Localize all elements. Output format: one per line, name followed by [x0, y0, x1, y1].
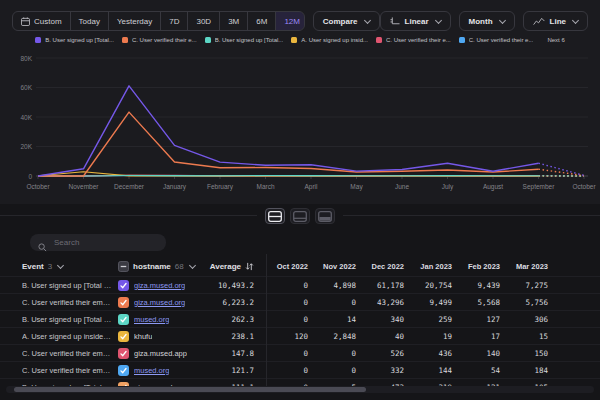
chart-type-button[interactable]: Line: [523, 11, 588, 31]
view-toggle-table-focus[interactable]: [315, 208, 335, 224]
cell-value: 14: [314, 315, 362, 324]
hostname-link[interactable]: mused.org: [134, 315, 169, 324]
event-name: C. User verified their email ...: [22, 366, 118, 375]
cell-value: 0: [266, 349, 314, 358]
cell-value: 7,275: [506, 281, 554, 290]
series-color-chip: [122, 37, 128, 43]
legend-item[interactable]: B. User signed up [Total...: [35, 37, 114, 43]
search-input[interactable]: [30, 234, 166, 251]
column-header-month[interactable]: Mar 2023: [506, 262, 554, 271]
legend-label: B. User signed up [Total...: [215, 37, 284, 43]
chevron-down-icon: [435, 16, 442, 23]
average-value: 262.3: [208, 315, 266, 324]
range-button-3m[interactable]: 3M: [220, 12, 248, 30]
event-name: C. User verified their email ...: [22, 349, 118, 358]
series-color-chip: [291, 37, 297, 43]
table-row: C. User verified their email ...mused.or…: [0, 361, 600, 378]
series-checkbox[interactable]: [118, 348, 129, 359]
view-toggle-split-equal[interactable]: [265, 208, 285, 224]
table-section: Event 3 hostname 68 Average Oct 2022Nov …: [0, 228, 600, 395]
series-checkbox[interactable]: [118, 280, 129, 291]
column-header-month[interactable]: Jan 2023: [410, 262, 458, 271]
hostname-cell: mused.org: [118, 365, 208, 376]
column-header-month[interactable]: Dec 2022: [362, 262, 410, 271]
line-chart: 80K60K40K20K0OctoberNovemberDecemberJanu…: [0, 48, 600, 204]
svg-text:80K: 80K: [20, 55, 32, 62]
table-body: B. User signed up [Total Eve...giza.muse…: [0, 276, 600, 395]
cell-value: 9,439: [458, 281, 506, 290]
series-checkbox[interactable]: [118, 314, 129, 325]
hostname-column-header[interactable]: hostname 68: [118, 261, 208, 272]
legend-next-button[interactable]: Next 6: [547, 37, 564, 43]
event-name: B. User signed up [Total Eve...: [22, 315, 118, 324]
chart-section: CustomTodayYesterday7D30D3M6M12M Compare…: [0, 0, 600, 204]
horizontal-scrollbar[interactable]: [6, 386, 594, 393]
range-button-yesterday[interactable]: Yesterday: [109, 12, 161, 30]
column-header-month[interactable]: Feb 2023: [458, 262, 506, 271]
range-button-6m[interactable]: 6M: [248, 12, 276, 30]
svg-text:August: August: [483, 183, 503, 191]
svg-text:November: November: [69, 183, 100, 190]
average-value: 121.7: [208, 366, 266, 375]
hostname-link[interactable]: giza.mused.org: [134, 298, 185, 307]
legend-item[interactable]: C. User verified their e...: [376, 37, 451, 43]
legend-label: C. User verified their e...: [469, 37, 534, 43]
legend-item[interactable]: C. User verified their e...: [122, 37, 197, 43]
toolbar: CustomTodayYesterday7D30D3M6M12M Compare…: [0, 10, 600, 32]
cell-value: 436: [410, 349, 458, 358]
hostname-cell: khufu: [118, 331, 208, 342]
scale-label: Linear: [405, 17, 429, 26]
scale-button[interactable]: Linear: [380, 11, 451, 31]
view-toggle-chart-focus[interactable]: [290, 208, 310, 224]
range-button-today[interactable]: Today: [71, 12, 109, 30]
column-header-month[interactable]: Nov 2022: [314, 262, 362, 271]
event-name: B. User signed up [Total Eve...: [22, 281, 118, 290]
hostname-cell: giza.mused.org: [118, 280, 208, 291]
compare-button[interactable]: Compare: [313, 11, 380, 31]
series-checkbox[interactable]: [118, 331, 129, 342]
range-button-30d[interactable]: 30D: [188, 12, 220, 30]
table-row: A. User signed up inside a ...khufu238.1…: [0, 327, 600, 344]
hostname-link[interactable]: giza.mused.org: [134, 281, 185, 290]
search-box: [30, 234, 166, 251]
sort-icon[interactable]: [245, 262, 254, 271]
hostname-text: giza.mused.app: [134, 349, 187, 358]
svg-text:July: July: [442, 183, 454, 191]
cell-value: 0: [314, 298, 362, 307]
svg-text:October: October: [572, 183, 596, 190]
table-focus-icon: [318, 211, 332, 222]
average-column-header[interactable]: Average: [208, 262, 266, 271]
cell-value: 61,178: [362, 281, 410, 290]
hostname-link[interactable]: mused.org: [134, 366, 169, 375]
chevron-down-icon: [57, 261, 64, 268]
column-header-month[interactable]: Oct 2022: [266, 262, 314, 271]
series-checkbox[interactable]: [118, 297, 129, 308]
legend-item[interactable]: B. User signed up [Total...: [205, 37, 284, 43]
indeterminate-checkbox-icon[interactable]: [118, 261, 129, 272]
range-button-custom[interactable]: Custom: [13, 12, 71, 30]
svg-text:June: June: [395, 183, 409, 190]
average-value: 6,223.2: [208, 298, 266, 307]
svg-text:March: March: [256, 183, 274, 190]
range-button-12m[interactable]: 12M: [276, 12, 304, 30]
cell-value: 54: [458, 366, 506, 375]
split-equal-icon: [268, 211, 282, 222]
table-row: B. User signed up [Total Eve...giza.muse…: [0, 276, 600, 293]
svg-text:December: December: [114, 183, 145, 190]
layout-toggle-row: [0, 204, 600, 228]
cell-value: 259: [410, 315, 458, 324]
cell-value: 332: [362, 366, 410, 375]
interval-button[interactable]: Month: [459, 11, 515, 31]
legend-item[interactable]: C. User verified their e...: [459, 37, 534, 43]
legend-label: C. User verified their e...: [132, 37, 197, 43]
legend-item[interactable]: A. User signed up insid...: [291, 37, 368, 43]
cell-value: 43,296: [362, 298, 410, 307]
cell-value: 17: [458, 332, 506, 341]
scrollbar-thumb[interactable]: [14, 387, 366, 392]
chart-type-label: Line: [550, 17, 566, 26]
event-column-header[interactable]: Event 3: [22, 262, 118, 271]
calendar-icon: [21, 17, 30, 26]
cell-value: 0: [266, 366, 314, 375]
series-checkbox[interactable]: [118, 365, 129, 376]
range-button-7d[interactable]: 7D: [161, 12, 188, 30]
